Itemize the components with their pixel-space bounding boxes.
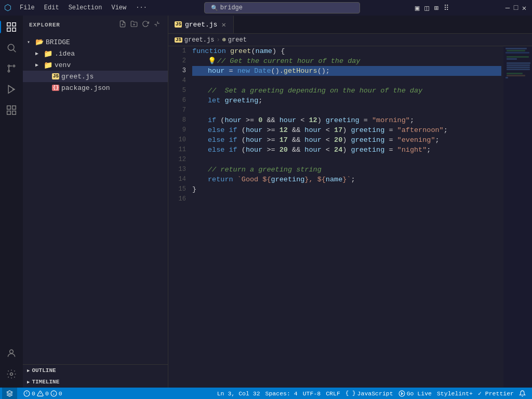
editor-area: JS greet.js ✕ JS greet.js › ⊛ greet 1234… — [168, 16, 532, 388]
line-number-10: 10 — [172, 135, 186, 145]
activity-git[interactable] — [2, 59, 21, 78]
svg-point-6 — [8, 65, 9, 66]
activity-search[interactable] — [2, 38, 21, 57]
svg-point-16 — [10, 373, 13, 376]
split-editor-button[interactable]: ⊞ — [432, 3, 441, 14]
statusbar-right: Ln 3, Col 32 Spaces: 4 UTF-8 CRLF { } Ja… — [215, 390, 528, 397]
code-line-11[interactable]: else if (hour >= 20 && hour < 24) greeti… — [192, 145, 501, 155]
outline-expand-icon: ▶ — [27, 368, 30, 374]
tab-greetjs-label: greet.js — [185, 21, 217, 29]
menu-view[interactable]: View — [107, 3, 130, 12]
indent-label: Spaces: 4 — [265, 390, 298, 397]
activity-account[interactable] — [2, 344, 21, 363]
breadcrumb-file[interactable]: greet.js — [184, 36, 215, 44]
remote-icon — [6, 390, 13, 397]
toggle-sidebar-button[interactable]: ▣ — [413, 3, 421, 14]
svg-rect-14 — [12, 111, 16, 115]
code-line-7[interactable] — [192, 105, 501, 115]
code-line-4[interactable] — [192, 76, 501, 86]
line-number-1: 1 — [172, 46, 186, 56]
code-line-13[interactable]: // return a greeting string — [192, 165, 501, 175]
window-controls: — □ ✕ — [504, 4, 528, 11]
folder-icon: 📁 — [44, 49, 52, 58]
statusbar-position[interactable]: Ln 3, Col 32 — [215, 390, 262, 397]
statusbar-notifications[interactable] — [517, 390, 528, 397]
line-endings-label: CRLF — [326, 390, 340, 397]
code-line-15[interactable]: } — [192, 184, 501, 194]
code-line-8[interactable]: if (hour >= 0 && hour < 12) greeting = "… — [192, 115, 501, 125]
code-editor[interactable]: 12345678910111213141516 function greet(n… — [168, 46, 532, 388]
collapse-all-button[interactable] — [152, 19, 162, 31]
statusbar-branch[interactable] — [2, 388, 17, 399]
timeline-expand-icon: ▶ — [27, 379, 30, 385]
encoding-label: UTF-8 — [303, 390, 321, 397]
code-line-9[interactable]: else if (hour >= 12 && hour < 17) greeti… — [192, 125, 501, 135]
statusbar-prettier[interactable]: ✓ Prettier — [476, 390, 516, 397]
close-button[interactable]: ✕ — [521, 4, 528, 11]
search-text: bridge — [220, 4, 243, 11]
code-line-10[interactable]: else if (hour >= 17 && hour < 20) greeti… — [192, 135, 501, 145]
menu-bar: File Edit Selection View ··· — [16, 3, 151, 12]
menu-more[interactable]: ··· — [131, 3, 151, 12]
folder-venv-item[interactable]: ▶ 📁 venv — [23, 59, 168, 71]
code-line-2[interactable]: 💡// Get the current hour of the day — [192, 56, 501, 66]
svg-point-15 — [10, 350, 14, 353]
breadcrumb: JS greet.js › ⊛ greet — [168, 34, 532, 46]
menu-file[interactable]: File — [16, 3, 39, 12]
code-line-1[interactable]: function greet(name) { — [192, 46, 501, 56]
folder-collapse-icon: ▶ — [35, 50, 44, 57]
line-number-13: 13 — [172, 165, 186, 175]
statusbar-errors[interactable]: 0 0 0 — [21, 388, 64, 399]
refresh-explorer-button[interactable] — [141, 19, 150, 31]
code-line-16[interactable] — [192, 194, 501, 204]
statusbar-encoding[interactable]: UTF-8 — [301, 390, 323, 397]
project-root-item[interactable]: ▾ 📂 BRIDGE — [23, 36, 168, 48]
tab-greetjs[interactable]: JS greet.js ✕ — [168, 16, 234, 33]
statusbar-line-endings[interactable]: CRLF — [324, 390, 342, 397]
svg-rect-11 — [7, 106, 11, 110]
menu-edit[interactable]: Edit — [40, 3, 63, 12]
activity-explorer[interactable] — [2, 18, 21, 36]
error-icon — [23, 390, 30, 397]
vscode-logo-icon: ⬡ — [4, 3, 11, 13]
svg-marker-30 — [401, 392, 403, 394]
customize-layout-button[interactable]: ⠿ — [442, 3, 451, 14]
statusbar-language[interactable]: { } JavaScript — [343, 390, 395, 397]
line-number-9: 9 — [172, 125, 186, 135]
command-palette-input[interactable]: 🔍 bridge — [204, 2, 360, 14]
json-file-icon: {} — [52, 85, 59, 91]
code-line-14[interactable]: return `Good ${greeting}, ${name}`; — [192, 175, 501, 184]
activity-debug[interactable] — [2, 80, 21, 99]
statusbar-spaces[interactable]: Spaces: 4 — [263, 390, 300, 397]
statusbar-stylelint[interactable]: Stylelint+ — [435, 390, 475, 397]
code-content[interactable]: function greet(name) {💡// Get the curren… — [190, 46, 503, 388]
code-line-5[interactable]: // Set a greeting depending on the hour … — [192, 86, 501, 96]
minimap — [503, 46, 532, 388]
line-number-14: 14 — [172, 175, 186, 184]
new-folder-button[interactable] — [129, 19, 139, 31]
activity-settings[interactable] — [2, 365, 21, 383]
code-line-3[interactable]: hour = new Date().getHours(); — [192, 66, 501, 76]
outline-section[interactable]: ▶ OUTLINE — [23, 365, 168, 376]
code-line-12[interactable] — [192, 155, 501, 165]
activity-extensions[interactable] — [2, 101, 21, 119]
menu-selection[interactable]: Selection — [64, 3, 107, 12]
tab-bar: JS greet.js ✕ — [168, 16, 532, 34]
tab-close-button[interactable]: ✕ — [220, 20, 227, 29]
minimize-button[interactable]: — — [504, 4, 511, 11]
breadcrumb-js-icon: JS — [175, 37, 182, 43]
statusbar-golive[interactable]: Go Live — [396, 390, 434, 397]
breadcrumb-function[interactable]: greet — [228, 36, 247, 44]
collapse-arrow-icon: ▾ — [27, 39, 35, 45]
new-file-button[interactable] — [118, 19, 127, 31]
timeline-section[interactable]: ▶ TIMELINE — [23, 376, 168, 388]
maximize-button[interactable]: □ — [512, 4, 520, 11]
file-greetjs-item[interactable]: JS greet.js — [23, 71, 168, 82]
breadcrumb-function-icon: ⊛ — [222, 36, 226, 44]
golive-label: Go Live — [407, 390, 432, 397]
code-line-6[interactable]: let greeting; — [192, 96, 501, 105]
toggle-panel-button[interactable]: ◫ — [422, 3, 431, 14]
folder-idea-item[interactable]: ▶ 📁 .idea — [23, 48, 168, 59]
file-greetjs-label: greet.js — [61, 73, 94, 81]
file-packagejson-item[interactable]: {} package.json — [23, 82, 168, 94]
